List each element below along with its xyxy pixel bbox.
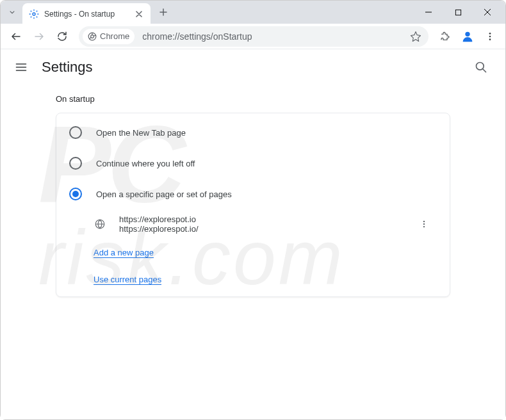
option-label: Continue where you left off: [96, 159, 195, 168]
page-item-menu-button[interactable]: [415, 215, 433, 233]
option-new-tab[interactable]: Open the New Tab page: [56, 117, 450, 148]
svg-point-12: [423, 226, 425, 227]
search-icon: [475, 61, 487, 74]
svg-point-6: [489, 35, 491, 37]
option-label: Open the New Tab page: [96, 128, 186, 138]
reload-button[interactable]: [52, 26, 72, 47]
svg-point-0: [33, 13, 35, 15]
chevron-down-icon: [8, 8, 17, 17]
address-bar[interactable]: Chrome chrome://settings/onStartup: [79, 26, 428, 47]
settings-header: Settings: [1, 49, 505, 85]
use-current-row: Use current pages: [56, 266, 450, 293]
close-window-button[interactable]: [478, 3, 496, 21]
bookmark-button[interactable]: [407, 28, 425, 45]
minimize-icon: [425, 8, 432, 16]
puzzle-icon: [439, 31, 451, 42]
option-specific-page[interactable]: Open a specific page or set of pages: [56, 179, 450, 209]
svg-point-7: [489, 38, 491, 40]
close-icon: [484, 8, 491, 16]
maximize-icon: [455, 9, 462, 16]
option-continue[interactable]: Continue where you left off: [56, 148, 450, 179]
minimize-button[interactable]: [420, 3, 437, 21]
settings-menu-button[interactable]: [13, 60, 29, 75]
chrome-badge: Chrome: [83, 29, 135, 44]
maximize-button[interactable]: [449, 3, 467, 21]
back-button[interactable]: [6, 26, 26, 47]
toolbar: Chrome chrome://settings/onStartup: [1, 24, 505, 49]
radio-icon: [69, 126, 82, 139]
settings-gear-icon: [29, 9, 39, 19]
tab-close-button[interactable]: [134, 9, 144, 19]
page-title: Settings: [42, 59, 457, 76]
chrome-badge-text: Chrome: [100, 31, 129, 41]
plus-icon: [159, 8, 167, 16]
startup-page-title: https://explorespot.io: [119, 214, 402, 224]
menu-button[interactable]: [480, 26, 500, 47]
arrow-right-icon: [33, 31, 45, 42]
svg-point-5: [489, 33, 491, 35]
hamburger-icon: [15, 61, 28, 74]
kebab-icon: [485, 31, 495, 42]
browser-tab[interactable]: Settings - On startup: [22, 3, 151, 25]
reload-icon: [56, 31, 68, 42]
add-page-row: Add a new page: [56, 239, 450, 266]
radio-icon: [69, 157, 82, 170]
option-label: Open a specific page or set of pages: [96, 190, 232, 199]
search-settings-button[interactable]: [469, 56, 493, 79]
new-tab-button[interactable]: [154, 3, 172, 21]
tab-title: Settings - On startup: [44, 10, 129, 19]
use-current-pages-link[interactable]: Use current pages: [94, 275, 161, 285]
close-icon: [136, 11, 142, 17]
svg-point-10: [423, 221, 425, 222]
svg-rect-1: [455, 10, 461, 15]
startup-page-row: https://explorespot.io https://exploresp…: [56, 209, 450, 239]
add-new-page-link[interactable]: Add a new page: [94, 248, 154, 258]
profile-button[interactable]: [458, 27, 477, 46]
section-title: On startup: [56, 94, 450, 104]
star-icon: [410, 31, 421, 42]
kebab-icon: [420, 220, 428, 229]
startup-options-card: Open the New Tab page Continue where you…: [56, 113, 450, 297]
extensions-button[interactable]: [435, 26, 455, 47]
arrow-left-icon: [10, 31, 22, 42]
globe-icon: [94, 218, 106, 230]
url-text: chrome://settings/onStartup: [142, 31, 407, 42]
forward-button[interactable]: [29, 26, 49, 47]
profile-icon: [461, 29, 475, 44]
svg-point-11: [423, 223, 425, 225]
titlebar: Settings - On startup: [1, 1, 505, 24]
startup-page-url: https://explorespot.io/: [119, 224, 402, 234]
chrome-logo-icon: [88, 32, 97, 41]
tab-search-dropdown[interactable]: [3, 3, 21, 21]
radio-icon-selected: [69, 188, 82, 200]
svg-point-4: [465, 31, 469, 36]
